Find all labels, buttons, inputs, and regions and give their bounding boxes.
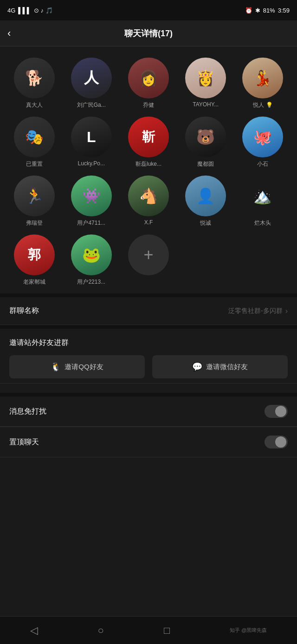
- member-name: X.F: [144, 219, 153, 226]
- member-item[interactable]: 郭老家郸城: [7, 234, 61, 286]
- member-avatar: 👤: [185, 176, 226, 216]
- toggle-settings: 消息免打扰 置顶聊天: [0, 397, 297, 457]
- add-member-button[interactable]: +: [128, 234, 169, 275]
- invite-qq-label: 邀请QQ好友: [65, 363, 103, 371]
- member-name: 烂木头: [254, 219, 271, 227]
- member-avatar: 👩: [128, 58, 169, 98]
- members-section: 🐕真大人人刘广民Ga...👩乔健👸TAYOHY...💃悦人 💡🎭已重置LLuck…: [0, 46, 297, 293]
- member-avatar: 👾: [71, 176, 112, 216]
- settings-section: 群聊名称 泛零售社群-多闪群 ›: [0, 297, 297, 325]
- pin-chat-label: 置顶聊天: [9, 437, 39, 447]
- member-name: 悦人 💡: [253, 101, 272, 109]
- invite-buttons: 🐧 邀请QQ好友 💬 邀请微信好友: [9, 355, 288, 378]
- member-avatar: 🏔️: [242, 176, 283, 216]
- member-avatar: 🐻: [185, 117, 226, 157]
- add-member-item[interactable]: +: [122, 234, 175, 286]
- member-avatar: 🐴: [128, 176, 169, 216]
- nav-home[interactable]: ○: [98, 624, 104, 637]
- page-header: ‹ 聊天详情(17): [0, 20, 297, 46]
- status-right: ⏰ ✱ 81% 3:59: [245, 7, 290, 14]
- invite-wechat-label: 邀请微信好友: [206, 363, 248, 371]
- status-left: 4G ▌▌▌ ⊙ ♪ 🎵: [7, 7, 53, 14]
- wifi-icon: ▌▌▌: [18, 7, 31, 14]
- member-item[interactable]: 🎭已重置: [7, 117, 61, 168]
- member-avatar: 🎭: [14, 117, 55, 157]
- member-name: 用户2213...: [77, 278, 105, 286]
- member-item[interactable]: 🐻魔都圆: [179, 117, 232, 168]
- member-name: Lucky.Po...: [78, 160, 105, 167]
- member-name: 魔都圆: [197, 160, 214, 168]
- recent-nav-icon[interactable]: □: [164, 624, 170, 637]
- pin-toggle-knob: [275, 436, 286, 448]
- member-avatar: 💃: [242, 58, 283, 98]
- invite-qq-button[interactable]: 🐧 邀请QQ好友: [9, 355, 145, 378]
- member-name: 弗瑞登: [26, 219, 43, 227]
- member-name: 用户4711...: [77, 219, 105, 227]
- group-name-row[interactable]: 群聊名称 泛零售社群-多闪群 ›: [0, 297, 297, 325]
- member-item[interactable]: 🐴X.F: [122, 176, 175, 227]
- nav-zhihu: 知乎 @黑啤先森: [230, 627, 267, 634]
- dnd-toggle[interactable]: [265, 405, 288, 418]
- member-name: 老家郸城: [23, 278, 45, 286]
- member-name: 乔健: [143, 101, 154, 109]
- member-avatar: 👸: [185, 58, 226, 98]
- battery-text: 81%: [263, 7, 275, 14]
- member-avatar: 靳: [128, 117, 169, 157]
- member-item[interactable]: 靳靳磊luke...: [122, 117, 175, 168]
- group-name-label: 群聊名称: [9, 306, 39, 316]
- group-name-value: 泛零售社群-多闪群 ›: [228, 307, 288, 315]
- member-name: TAYOHY...: [193, 101, 219, 108]
- page-title: 聊天详情(17): [124, 28, 173, 39]
- wechat-icon: 💬: [192, 362, 202, 372]
- back-nav-icon[interactable]: ◁: [30, 624, 38, 637]
- pin-chat-row[interactable]: 置顶聊天: [0, 427, 297, 457]
- member-name: 悦诚: [200, 219, 211, 227]
- signal-icon: 4G: [7, 7, 15, 14]
- member-avatar: 郭: [14, 234, 55, 275]
- bluetooth-icon: ✱: [255, 7, 260, 14]
- member-name: 靳磊luke...: [136, 160, 161, 168]
- time-display: 3:59: [278, 7, 290, 14]
- member-avatar: 🐙: [242, 117, 283, 157]
- member-item[interactable]: 🐸用户2213...: [65, 234, 118, 286]
- member-item[interactable]: 🐕真大人: [7, 58, 61, 109]
- member-item[interactable]: 💃悦人 💡: [236, 58, 290, 109]
- member-item[interactable]: LLucky.Po...: [65, 117, 118, 168]
- dnd-label: 消息免打扰: [9, 407, 46, 416]
- member-name: 刘广民Ga...: [77, 101, 106, 109]
- member-item[interactable]: 👾用户4711...: [65, 176, 118, 227]
- nav-back[interactable]: ◁: [30, 624, 38, 637]
- invite-wechat-button[interactable]: 💬 邀请微信好友: [152, 355, 288, 378]
- divider-2: [0, 325, 297, 329]
- back-button[interactable]: ‹: [7, 27, 11, 39]
- divider-3: [0, 393, 297, 397]
- member-item[interactable]: 👤悦诚: [179, 176, 232, 227]
- members-grid: 🐕真大人人刘广民Ga...👩乔健👸TAYOHY...💃悦人 💡🎭已重置LLuck…: [7, 58, 290, 286]
- member-avatar: L: [71, 117, 112, 157]
- dnd-row[interactable]: 消息免打扰: [0, 397, 297, 427]
- member-avatar: 🏃: [14, 176, 55, 216]
- member-name: 小石: [257, 160, 268, 168]
- member-item[interactable]: 🐙小石: [236, 117, 290, 168]
- chevron-icon: ›: [285, 307, 288, 315]
- qq-icon: 🐧: [51, 362, 61, 372]
- pin-toggle[interactable]: [265, 436, 288, 449]
- member-item[interactable]: 👸TAYOHY...: [179, 58, 232, 109]
- home-nav-icon[interactable]: ○: [98, 624, 104, 637]
- dnd-toggle-knob: [275, 406, 286, 417]
- member-item[interactable]: 👩乔健: [122, 58, 175, 109]
- member-name: 已重置: [26, 160, 43, 168]
- invite-label: 邀请站外好友进群: [9, 338, 288, 348]
- bottom-nav: ◁ ○ □ 知乎 @黑啤先森: [0, 616, 297, 644]
- alarm-icon: ⏰: [245, 7, 252, 14]
- member-avatar: 🐕: [14, 58, 55, 98]
- invite-section: 邀请站外好友进群 🐧 邀请QQ好友 💬 邀请微信好友: [0, 329, 297, 384]
- member-avatar: 🐸: [71, 234, 112, 275]
- member-item[interactable]: 🏔️烂木头: [236, 176, 290, 227]
- status-bar: 4G ▌▌▌ ⊙ ♪ 🎵 ⏰ ✱ 81% 3:59: [0, 0, 297, 20]
- nav-recent[interactable]: □: [164, 624, 170, 637]
- member-item[interactable]: 人刘广民Ga...: [65, 58, 118, 109]
- main-content: 🐕真大人人刘广民Ga...👩乔健👸TAYOHY...💃悦人 💡🎭已重置LLuck…: [0, 46, 297, 578]
- section-divider: [0, 293, 297, 297]
- member-item[interactable]: 🏃弗瑞登: [7, 176, 61, 227]
